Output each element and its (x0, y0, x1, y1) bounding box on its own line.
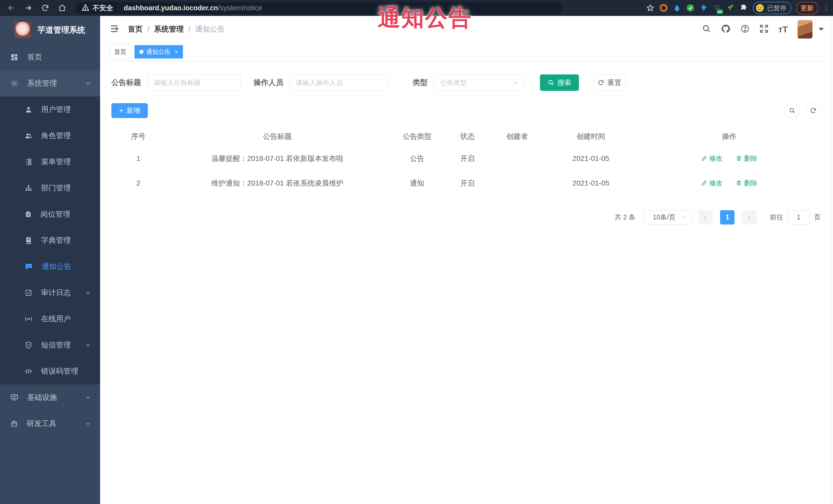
user-menu-caret-icon[interactable] (818, 28, 824, 31)
sidebar-item-infrastructure[interactable]: 基础设施 (0, 384, 100, 411)
delete-link[interactable]: 删除 (736, 154, 757, 163)
tool-icon (10, 420, 18, 428)
reload-icon[interactable] (40, 2, 51, 14)
extension-sprout-icon[interactable] (726, 4, 735, 12)
bookmark-star-icon[interactable] (646, 4, 654, 12)
delete-link-label: 删除 (744, 154, 757, 163)
tab-label: 首页 (114, 48, 126, 56)
sidebar-item-audit-log[interactable]: 审计日志 (0, 280, 100, 306)
badge-icon (25, 211, 32, 218)
extension-orange-icon[interactable] (659, 4, 668, 12)
title-filter-input[interactable] (147, 74, 241, 91)
paused-label: 已暂停 (767, 4, 786, 12)
next-page-button[interactable]: › (742, 210, 757, 224)
search-button-label: 搜索 (557, 78, 571, 87)
pagination: 共 2 条 10条/页 ‹ 1 › 前往 页 (111, 210, 821, 224)
toggle-search-circle-button[interactable] (785, 103, 800, 118)
sidebar-item-label: 研发工具 (27, 418, 76, 429)
user-avatar[interactable] (798, 20, 812, 39)
fullscreen-icon[interactable] (759, 24, 768, 34)
search-icon (789, 107, 795, 114)
sidebar-item-system[interactable]: 系统管理 (0, 70, 100, 96)
cell-creator (490, 146, 544, 171)
sidebar-item-label: 短信管理 (41, 340, 76, 350)
type-select[interactable]: 公告类型 (434, 74, 525, 91)
breadcrumb-system[interactable]: 系统管理 (154, 24, 184, 34)
overlay-page-title: 通知公告 (378, 3, 472, 33)
chrome-menu-icon[interactable]: ⋮ (823, 7, 829, 9)
sidebar-collapse-icon[interactable] (109, 24, 119, 34)
edit-link-label: 修改 (709, 178, 723, 188)
table-row[interactable]: 2 维护通知：2018-07-01 若依系统凌晨维护 通知 开启 2021-01… (111, 171, 821, 195)
github-icon[interactable] (721, 24, 731, 34)
reset-button[interactable]: 重置 (593, 74, 626, 91)
forward-icon[interactable] (23, 2, 34, 14)
page-suffix-label: 页 (814, 213, 821, 222)
profile-paused-pill[interactable]: 已暂停 (753, 2, 791, 14)
url-bar[interactable]: 不安全 dashboard.yudao.iocoder.cn/system/no… (75, 2, 563, 14)
type-select-placeholder: 公告类型 (440, 78, 512, 87)
cell-type: 公告 (389, 146, 445, 171)
sidebar-item-posts[interactable]: 岗位管理 (0, 201, 100, 227)
header-search-icon[interactable] (702, 24, 711, 34)
edit-link[interactable]: 修改 (701, 178, 723, 188)
extension-drop-icon[interactable] (673, 4, 681, 12)
url-path[interactable]: /system/notice (218, 4, 263, 12)
extension-green-circle-icon[interactable] (686, 4, 695, 12)
cell-creator (490, 171, 544, 195)
add-button-label: 新增 (126, 106, 140, 115)
cell-actions: 修改 删除 (638, 171, 821, 195)
update-button[interactable]: 更新 (796, 2, 818, 15)
delete-link[interactable]: 删除 (736, 178, 757, 188)
refresh-circle-button[interactable] (806, 103, 821, 118)
current-page-button[interactable]: 1 (720, 210, 735, 224)
tab-close-icon[interactable]: × (175, 48, 178, 55)
app-title: 芋道管理系统 (38, 25, 85, 35)
sidebar-item-notice[interactable]: 通知公告 (0, 254, 100, 280)
page-size-select[interactable]: 10条/页 (643, 210, 691, 224)
sidebar: 芋道管理系统 首页 系统管理 用户管理 角色管理 菜单管理 部门管理 (0, 16, 100, 504)
add-button[interactable]: + 新增 (111, 103, 148, 118)
cell-status: 开启 (445, 146, 490, 171)
sidebar-item-dev-tools[interactable]: 研发工具 (0, 411, 100, 437)
type-filter-label: 类型 (413, 77, 428, 88)
goto-page-input[interactable] (787, 210, 810, 224)
help-icon[interactable] (740, 24, 749, 34)
edit-link[interactable]: 修改 (701, 154, 723, 163)
search-icon (548, 79, 554, 86)
update-label: 更新 (801, 4, 813, 12)
tab-home[interactable]: 首页 (109, 45, 132, 58)
sidebar-item-dict[interactable]: 字典管理 (0, 227, 100, 254)
chevron-down-icon (85, 394, 91, 401)
scrollbar[interactable] (830, 16, 833, 504)
sidebar-item-label: 用户管理 (41, 104, 91, 115)
back-icon[interactable] (6, 2, 17, 14)
sidebar-item-home[interactable]: 首页 (0, 44, 100, 70)
home-icon[interactable] (56, 2, 68, 14)
cell-actions: 修改 删除 (638, 146, 821, 171)
breadcrumb-home[interactable]: 首页 (128, 24, 143, 34)
sidebar-item-roles[interactable]: 角色管理 (0, 123, 100, 149)
operator-filter-input[interactable] (289, 74, 387, 91)
app-logo-row[interactable]: 芋道管理系统 (0, 16, 100, 44)
sidebar-item-departments[interactable]: 部门管理 (0, 175, 100, 201)
extensions-puzzle-icon[interactable] (739, 4, 748, 12)
url-domain[interactable]: dashboard.yudao.iocoder.cn (124, 4, 218, 12)
tab-notice[interactable]: 通知公告 × (135, 45, 183, 58)
sidebar-item-menus[interactable]: 菜单管理 (0, 149, 100, 175)
prev-page-button[interactable]: ‹ (698, 210, 712, 224)
font-size-icon[interactable]: ᴛT (778, 24, 788, 34)
trash-icon (736, 155, 742, 162)
extension-gem-icon[interactable] (699, 4, 708, 12)
not-secure-label[interactable]: 不安全 (92, 3, 113, 13)
cell-created: 2021-01-05 (544, 146, 638, 171)
edit-link-label: 修改 (709, 154, 723, 163)
table-row[interactable]: 1 温馨提醒：2018-07-01 若依新版本发布啦 公告 开启 2021-01… (111, 146, 821, 171)
search-button[interactable]: 搜索 (540, 74, 579, 91)
extension-on-badge-icon[interactable]: on (713, 4, 721, 12)
sidebar-item-sms[interactable]: 短信管理 (0, 332, 100, 358)
sidebar-item-users[interactable]: 用户管理 (0, 96, 100, 123)
sidebar-item-error-codes[interactable]: 错误码管理 (0, 358, 100, 384)
not-secure-icon[interactable] (81, 4, 89, 12)
sidebar-item-online-users[interactable]: 在线用户 (0, 306, 100, 332)
